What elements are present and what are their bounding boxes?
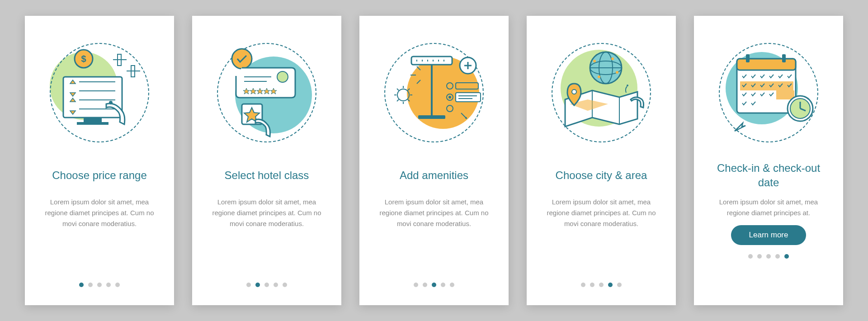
svg-point-59 (627, 85, 628, 86)
dot[interactable] (608, 283, 613, 287)
svg-point-15 (277, 71, 288, 82)
svg-text:$: $ (81, 54, 86, 64)
card-desc: Lorem ipsum dolor sit amet, mea regione … (38, 197, 160, 229)
svg-point-53 (611, 57, 614, 60)
svg-point-13 (109, 101, 113, 104)
svg-point-52 (593, 60, 596, 62)
pagination-dots (79, 283, 120, 287)
dot[interactable] (423, 283, 427, 287)
dot[interactable] (79, 283, 84, 287)
svg-line-34 (408, 99, 410, 101)
onboarding-cards: $ Choose price range Lorem ipsum dolor s… (25, 16, 843, 305)
svg-rect-19 (411, 57, 452, 65)
dot[interactable] (599, 283, 604, 287)
dot[interactable] (97, 283, 102, 287)
dot[interactable] (255, 283, 260, 287)
svg-point-54 (616, 71, 618, 74)
svg-line-36 (408, 89, 410, 90)
dot[interactable] (748, 254, 753, 259)
calendar-icon (710, 34, 827, 151)
svg-point-43 (448, 96, 451, 99)
card-desc: Lorem ipsum dolor sit amet, mea regione … (206, 197, 328, 229)
pagination-dots (748, 254, 789, 259)
dot[interactable] (757, 254, 762, 259)
dot[interactable] (590, 283, 594, 287)
svg-rect-61 (737, 59, 796, 70)
svg-rect-64 (740, 81, 793, 90)
card-price-range: $ Choose price range Lorem ipsum dolor s… (25, 16, 174, 305)
dot[interactable] (784, 254, 789, 259)
dot[interactable] (441, 283, 445, 287)
svg-point-58 (572, 90, 576, 94)
dot[interactable] (283, 283, 287, 287)
svg-rect-44 (456, 93, 481, 102)
dot[interactable] (432, 283, 436, 287)
svg-point-40 (447, 83, 453, 89)
svg-line-35 (397, 99, 399, 101)
svg-rect-27 (418, 115, 445, 119)
card-hotel-class: Select hotel class Lorem ipsum dolor sit… (192, 16, 341, 305)
svg-point-28 (397, 89, 409, 101)
card-title: Add amenities (400, 160, 468, 190)
dot[interactable] (106, 283, 111, 287)
card-desc: Lorem ipsum dolor sit amet, mea regione … (708, 197, 830, 218)
dot[interactable] (264, 283, 269, 287)
card-title: Check-in & check-out date (708, 160, 830, 190)
dot[interactable] (766, 254, 771, 259)
dot[interactable] (775, 254, 780, 259)
svg-rect-8 (77, 122, 108, 125)
card-checkin-checkout: Check-in & check-out date Lorem ipsum do… (694, 16, 843, 305)
pagination-dots (414, 283, 454, 287)
svg-point-47 (447, 105, 453, 112)
svg-point-55 (598, 76, 600, 78)
dot[interactable] (450, 283, 454, 287)
svg-line-33 (397, 89, 399, 90)
dot[interactable] (414, 283, 418, 287)
learn-more-button[interactable]: Learn more (731, 225, 807, 245)
dot[interactable] (88, 283, 93, 287)
svg-rect-41 (456, 83, 478, 89)
city-area-icon (542, 34, 660, 151)
card-desc: Lorem ipsum dolor sit amet, mea regione … (540, 197, 662, 229)
dot[interactable] (617, 283, 622, 287)
pagination-dots (246, 283, 287, 287)
amenities-icon (375, 34, 493, 151)
svg-point-14 (232, 49, 252, 69)
price-range-icon: $ (41, 34, 158, 151)
card-title: Choose city & area (556, 160, 647, 190)
dot[interactable] (274, 283, 278, 287)
svg-rect-62 (746, 54, 750, 62)
svg-rect-7 (84, 118, 102, 122)
svg-rect-65 (776, 90, 794, 99)
card-title: Choose price range (52, 160, 146, 190)
hotel-class-icon (208, 34, 326, 151)
dot[interactable] (581, 283, 585, 287)
card-desc: Lorem ipsum dolor sit amet, mea regione … (373, 197, 495, 229)
card-title: Select hotel class (225, 160, 309, 190)
card-city-area: Choose city & area Lorem ipsum dolor sit… (527, 16, 676, 305)
dot[interactable] (115, 283, 120, 287)
svg-rect-63 (782, 54, 786, 62)
dot[interactable] (246, 283, 251, 287)
pagination-dots (581, 283, 622, 287)
card-amenities: Add amenities Lorem ipsum dolor sit amet… (359, 16, 509, 305)
